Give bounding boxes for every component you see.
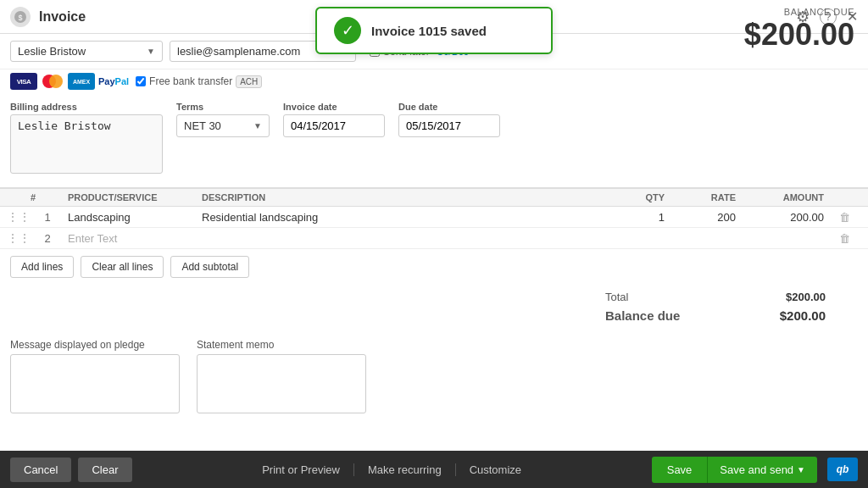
footer-center: Print or Preview Make recurring Customiz… [132,463,652,476]
svg-text:$: $ [18,14,22,22]
paypal-icon: PayPal [98,76,129,86]
row-num-1: 1 [31,211,64,224]
delete-row-1[interactable]: 🗑 [827,211,861,224]
memo-textarea[interactable] [197,354,366,413]
free-bank-transfer: Free bank transfer ACH [136,75,262,88]
toast-message: Invoice 1015 saved [371,24,487,38]
col-qty-header: QTY [597,192,665,202]
total-row: Total $200.00 [605,288,826,306]
save-and-send-button[interactable]: Save and send ▼ [707,457,817,483]
col-description-header: DESCRIPTION [202,192,593,202]
total-value: $200.00 [786,291,826,303]
quickbooks-logo: qb [827,458,858,481]
terms-field: Terms NET 30 ▼ [176,102,270,174]
col-amount-header: AMOUNT [739,192,824,202]
col-rate-header: RATE [668,192,736,202]
save-button[interactable]: Save [652,457,708,483]
description-input-1[interactable] [202,211,593,224]
table-row: ⋮⋮ 2 🗑 [0,228,868,249]
message-label: Message displayed on pledge [10,339,180,351]
balance-due-row: Balance due $200.00 [605,306,826,325]
free-bank-label: Free bank transfer [149,75,232,87]
table-header: # PRODUCT/SERVICE DESCRIPTION QTY RATE A… [0,189,868,207]
total-label: Total [605,291,628,303]
rate-input-2[interactable] [668,232,736,245]
due-date-field: Due date [398,102,500,174]
free-bank-checkbox[interactable] [136,76,146,86]
balance-due-amount: $200.00 [744,17,854,53]
payment-icons: VISA AMEX PayPal [10,73,129,90]
invoice-date-field: Invoice date [283,102,385,174]
drag-handle-2[interactable]: ⋮⋮ [7,231,27,245]
table-footer: Add lines Clear all lines Add subtotal [0,249,868,285]
qty-input-1[interactable] [597,211,665,224]
billing-address-input[interactable]: Leslie Bristow [10,114,163,174]
message-textarea[interactable] [10,354,180,413]
terms-label: Terms [176,102,270,112]
add-lines-button[interactable]: Add lines [10,256,74,278]
amex-icon: AMEX [68,73,95,90]
balance-due-total-label: Balance due [605,308,680,323]
form-fields-row: Billing address Leslie Bristow Terms NET… [0,95,868,184]
cancel-button[interactable]: Cancel [10,458,71,482]
delete-row-2[interactable]: 🗑 [827,232,861,245]
app-window: $ Invoice ⚙ ? ✕ ✓ Invoice 1015 saved BAL… [0,0,868,488]
customer-dropdown-arrow[interactable]: ▼ [147,47,155,56]
ach-badge: ACH [236,75,262,88]
invoice-date-input[interactable] [283,114,385,137]
product-input-2[interactable] [68,232,198,245]
due-date-input[interactable] [398,114,500,137]
save-and-send-dropdown-arrow[interactable]: ▼ [797,465,805,474]
line-items-table: # PRODUCT/SERVICE DESCRIPTION QTY RATE A… [0,187,868,249]
description-input-2[interactable] [202,232,593,245]
invoice-icon: $ [10,7,31,27]
rate-input-1[interactable] [668,211,736,224]
table-row: ⋮⋮ 1 200.00 🗑 [0,207,868,228]
make-recurring-link[interactable]: Make recurring [354,463,456,476]
add-subtotal-button[interactable]: Add subtotal [170,256,249,278]
bottom-forms: Message displayed on pledge Statement me… [0,332,868,417]
col-num-header: # [31,192,64,202]
balance-due-label: BALANCE DUE [744,7,854,17]
payment-row: VISA AMEX PayPal Free bank transfer ACH [0,69,868,95]
billing-address-field: Billing address Leslie Bristow [10,102,163,174]
toast-check-icon: ✓ [334,17,361,44]
footer-right: Save Save and send ▼ qb [652,457,858,483]
due-date-label: Due date [398,102,500,112]
row-num-2: 2 [31,232,64,245]
memo-field: Statement memo [197,339,366,413]
memo-label: Statement memo [197,339,366,351]
terms-dropdown-arrow[interactable]: ▼ [253,121,262,130]
balance-due-section: BALANCE DUE $200.00 [744,7,854,53]
message-field: Message displayed on pledge [10,339,180,413]
balance-due-total-value: $200.00 [780,308,826,323]
toast-notification: ✓ Invoice 1015 saved [315,7,553,54]
mastercard-icon [41,74,64,89]
col-product-header: PRODUCT/SERVICE [68,192,198,202]
footer: Cancel Clear Print or Preview Make recur… [0,451,868,488]
qty-input-2[interactable] [597,232,665,245]
save-and-send-label: Save and send [720,463,793,476]
clear-button[interactable]: Clear [78,458,131,482]
print-preview-link[interactable]: Print or Preview [248,463,354,476]
billing-label: Billing address [10,102,163,112]
totals-table: Total $200.00 Balance due $200.00 [605,288,826,325]
main-content: Leslie Bristow ▼ Send later Cc/Bcc VISA … [0,34,868,451]
drag-handle-1[interactable]: ⋮⋮ [7,210,27,224]
invoice-date-label: Invoice date [283,102,385,112]
amount-1: 200.00 [739,211,824,224]
product-input-1[interactable] [68,211,198,224]
svg-point-3 [49,75,63,88]
visa-icon: VISA [10,73,37,90]
terms-value: NET 30 [184,119,253,132]
customize-link[interactable]: Customize [456,463,535,476]
footer-left: Cancel Clear [10,458,132,482]
customer-name: Leslie Bristow [18,45,143,58]
totals-section: Total $200.00 Balance due $200.00 [0,285,868,332]
clear-all-lines-button[interactable]: Clear all lines [81,256,164,278]
customer-select-wrapper[interactable]: Leslie Bristow ▼ [10,41,163,62]
